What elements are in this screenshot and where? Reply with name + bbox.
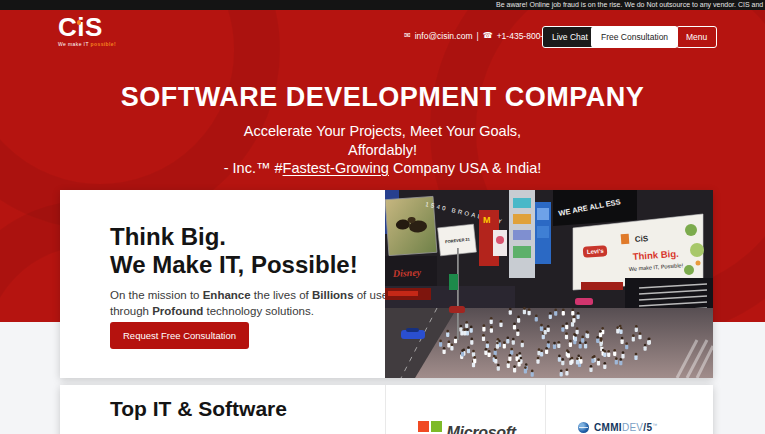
blue-panels (535, 202, 551, 264)
contact-separator: | (476, 31, 478, 41)
intro-body: On the mission to Enhance the lives of B… (110, 287, 400, 319)
mcdonalds-m: M (483, 215, 491, 225)
body-bold-profound: Profound (152, 305, 203, 317)
globe-icon (578, 422, 589, 433)
intro-heading: Think Big. We Make IT, Possible! (110, 223, 358, 279)
menu-button[interactable]: Menu (676, 26, 717, 48)
intro-card: Think Big. We Make IT, Possible! On the … (60, 190, 713, 378)
microsoft-logo[interactable]: Microsoft (418, 421, 516, 434)
fraud-notice-text: Be aware! Online job fraud is on the ris… (496, 1, 765, 8)
disney-billboard: Disney (385, 256, 437, 286)
phone-icon: ☎ (483, 32, 493, 40)
hero-subtitle: Accelerate Your Projects, Meet Your Goal… (0, 122, 765, 178)
email-icon: ✉ (404, 32, 411, 40)
disney-logo-text: Disney (392, 267, 422, 280)
tagline-white: We make IT (58, 41, 91, 47)
fastest-growing-link[interactable]: Fastest-Growing (283, 160, 389, 176)
cis-billboard-logo: CiS (635, 234, 650, 244)
intro-heading-line1: Think Big. (110, 223, 226, 250)
body-text: the lives of (251, 289, 312, 301)
body-bold-billions: Billions (312, 289, 354, 301)
email-link[interactable]: info@cisin.com (415, 31, 473, 41)
subtitle-line2: Affordably! (348, 142, 417, 158)
request-free-consultation-button[interactable]: Request Free Consultation (110, 322, 249, 349)
free-consultation-button[interactable]: Free Consultation (591, 26, 678, 48)
hero-title: SOFTWARE DEVELOPMENT COMPANY (0, 82, 765, 113)
cmmi-text: CMMI (594, 422, 622, 433)
cis-logo-tagline: We make IT possible! (58, 41, 116, 47)
cmmi-wordmark: CMMIDEV/5™ (594, 422, 658, 433)
cmmi-tm: ™ (652, 422, 657, 428)
page: Be aware! Online job fraud is on the ris… (0, 0, 765, 434)
cis-logo-dot (77, 20, 82, 25)
subtitle-line3-suffix: Company USA & India! (389, 160, 541, 176)
body-text: On the mission to (110, 289, 203, 301)
partners-heading: Top IT & Software (110, 397, 287, 421)
cmmi-logo[interactable]: CMMIDEV/5™ (578, 422, 658, 433)
intro-heading-line2: We Make IT, Possible! (110, 251, 358, 278)
divider (385, 385, 386, 434)
levis-logo-text: Levi's (587, 248, 605, 255)
cmmi-level-text: /5 (643, 422, 652, 433)
subtitle-line3-prefix: - Inc.™ # (224, 160, 283, 176)
cmmi-dev-text: DEV (622, 422, 643, 433)
divider (545, 385, 546, 434)
cis-logo-text: CiS (58, 14, 116, 40)
times-square-team-photo: 1540 BROADWAY Disney FOREVER 21 M (385, 190, 713, 378)
led-ticker (385, 288, 431, 300)
live-chat-button[interactable]: Live Chat (542, 26, 598, 48)
partners-card: Top IT & Software Microsoft CMMIDEV/5™ (60, 385, 713, 434)
body-text: technology solutions. (203, 305, 314, 317)
microsoft-squares-icon (418, 421, 442, 434)
cis-logo[interactable]: CiS We make IT possible! (58, 14, 116, 47)
notice-bar: Be aware! Online job fraud is on the ris… (0, 0, 765, 10)
essential-billboard: WE ARE ALL ESS (553, 190, 637, 226)
center-tower (509, 190, 535, 278)
header-contacts: ✉ info@cisin.com | ☎ +1-435-800-0086 (404, 25, 562, 47)
subtitle-line1: Accelerate Your Projects, Meet Your Goal… (244, 123, 521, 139)
body-bold-enhance: Enhance (203, 289, 251, 301)
microsoft-wordmark: Microsoft (447, 424, 516, 434)
tagline-orange: possible! (91, 41, 117, 47)
